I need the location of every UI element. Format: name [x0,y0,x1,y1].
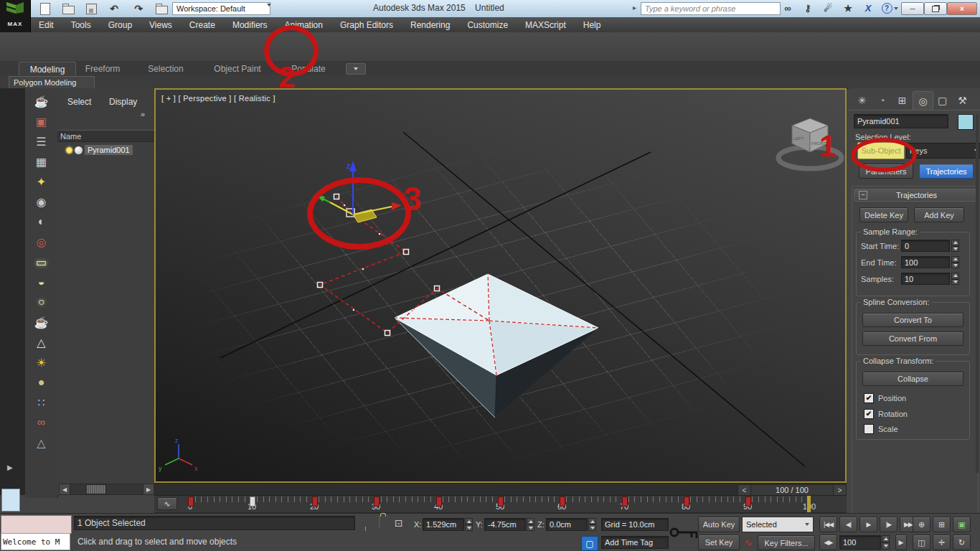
tab-create[interactable]: ✳ [852,91,872,109]
close-button[interactable]: × [947,2,977,15]
explorer-row-pyramid001[interactable]: Pyramid001 [57,143,154,156]
ribbon-minimize-dropdown[interactable] [346,63,366,75]
y-coord-field[interactable]: -4.75cm [484,518,526,531]
render-elements-icon[interactable]: ▦ [31,152,52,171]
menu-edit[interactable]: Edit [30,20,62,30]
next-frame-button[interactable]: |▶ [880,517,897,532]
mountain-icon[interactable]: △ [31,333,52,352]
time-slider-bar[interactable]: < 100 / 100 > [154,483,847,495]
physics-spheres-icon[interactable]: ∞ [31,413,52,432]
application-menu-button[interactable]: MAX [0,0,31,32]
keyframe-marker[interactable] [684,496,689,507]
menu-customize[interactable]: Customize [458,20,517,30]
polygon-modeling-panel-button[interactable]: Polygon Modeling [9,76,95,89]
keyframe-marker[interactable] [374,496,380,507]
playback-flyout-button[interactable]: ▶ [895,534,907,550]
search-input[interactable]: Type a keyword or phrase [641,2,781,15]
set-project-folder-button[interactable] [154,2,169,15]
workspace-dropdown[interactable]: Workspace: Default [172,2,270,15]
render-settings-icon[interactable]: ☰ [31,132,52,151]
samples-field[interactable]: 10 [901,273,950,285]
film-camera-icon[interactable]: ◉ [31,192,52,211]
play-animation-button[interactable]: ▶ [859,517,877,532]
x-coord-field[interactable]: 1.529cm [423,518,464,531]
infocenter-expand-icon[interactable]: ▸ [633,4,636,11]
trajectories-button[interactable]: Trajectories [919,164,974,179]
explorer-scroll-right-button[interactable]: ▶ [143,484,154,495]
help-icon[interactable]: ? [881,1,898,15]
z-coord-spinner[interactable] [588,518,596,531]
tab-modeling[interactable]: Modeling [19,62,76,76]
menu-tools[interactable]: Tools [62,20,100,30]
camera-head-icon[interactable]: ◐ [31,212,52,231]
sun-icon[interactable]: ☀ [31,353,52,372]
workspace-arrow-icon[interactable] [267,6,271,17]
menu-create[interactable]: Create [181,20,224,30]
wicker-teapot-icon[interactable]: ☕ [31,313,52,331]
explorer-more-chevron-icon[interactable]: » [141,110,145,118]
delete-key-button[interactable]: Delete Key [859,207,908,222]
disc-light-icon[interactable]: ○ [31,293,52,311]
menu-group[interactable]: Group [100,20,141,30]
search-icon[interactable]: ∞ [779,1,796,15]
x-coord-spinner[interactable] [465,518,473,531]
zoom-extents-button[interactable]: ▣ [953,517,971,532]
rollout-collapse-icon[interactable]: − [859,191,867,199]
set-keys-key-icon[interactable] [669,523,700,542]
communication-center-icon[interactable]: ☄ [819,1,837,15]
explorer-name-column-header[interactable]: Name [57,130,154,142]
viewport-label[interactable]: [ + ] [ Perspective ] [ Realistic ] [161,94,275,103]
add-time-tag-field[interactable]: Add Time Tag [601,536,669,549]
object-row-label[interactable]: Pyramid001 [85,145,133,155]
sign-in-key-icon[interactable]: ⚷ [799,1,816,15]
trajectories-rollout-header[interactable]: − Trajectories [854,189,976,202]
tab-display[interactable]: ▢ [933,91,952,109]
menu-views[interactable]: Views [141,20,181,30]
keyframe-marker[interactable] [560,496,565,507]
light-lister-icon[interactable]: ✦ [31,172,52,191]
add-key-button[interactable]: Add Key [914,207,964,222]
tab-modify[interactable]: ◔ [872,91,892,109]
favorites-star-icon[interactable]: ★ [839,1,857,15]
menu-modifiers[interactable]: Modifiers [224,20,276,30]
position-checkbox-row[interactable]: ✔ Position [864,393,906,403]
save-file-button[interactable] [83,2,99,15]
current-frame-marker[interactable] [807,496,811,512]
minimize-button[interactable]: ─ [901,2,924,15]
samples-spinner[interactable] [951,273,959,285]
sphere-material-icon[interactable]: ● [31,373,52,392]
command-panel-scrollbar[interactable] [976,114,979,473]
visibility-bulb-icon[interactable] [66,147,72,154]
z-coord-field[interactable]: 0.0cm [546,518,588,531]
absolute-offset-mode-icon[interactable]: ⊡ [395,517,403,529]
tab-motion[interactable]: ◎ [913,91,933,110]
object-name-field[interactable]: Pyramid001 [854,114,948,128]
key-mode-dropdown[interactable]: Selected [742,517,814,532]
start-time-field[interactable]: 0 [901,240,950,252]
scale-checkbox-row[interactable]: Scale [864,424,898,434]
keyframe-marker[interactable] [188,496,194,507]
open-mini-curve-editor-button[interactable]: ∿ [157,497,177,510]
time-slider-next-button[interactable]: > [833,484,847,496]
end-time-spinner[interactable] [951,256,959,268]
position-checkbox[interactable]: ✔ [864,393,874,403]
undo-button[interactable]: ↶ [106,2,122,15]
end-time-field[interactable]: 100 [901,256,950,268]
zoom-all-button[interactable]: ⊞ [933,517,951,532]
go-to-start-button[interactable]: |◀◀ [819,517,837,532]
scale-checkbox[interactable] [864,424,874,434]
time-slider-frame-display[interactable]: 100 / 100 [750,484,834,496]
start-time-spinner[interactable] [951,240,959,252]
perspective-viewport[interactable]: y z LEFT FRONT z x y [ + ] [ Pe [154,88,847,483]
zoom-button[interactable]: ⊕ [913,517,930,532]
explorer-scrollbar-thumb[interactable] [86,484,106,494]
track-bar[interactable]: ∿ 0 10 20 30 40 50 60 70 80 90 100 [154,495,847,513]
auto-key-button[interactable]: Auto Key [698,517,740,532]
rotation-checkbox-row[interactable]: ✔ Rotation [864,409,908,419]
render-preview-icon[interactable]: ▣ [31,112,52,131]
menu-help[interactable]: Help [575,20,610,30]
docked-listener-thumbnail[interactable] [1,489,20,512]
frame-spinner[interactable] [882,535,890,550]
explorer-menu-select[interactable]: Select [67,97,91,107]
selected-keyframe-marker[interactable] [250,496,255,507]
